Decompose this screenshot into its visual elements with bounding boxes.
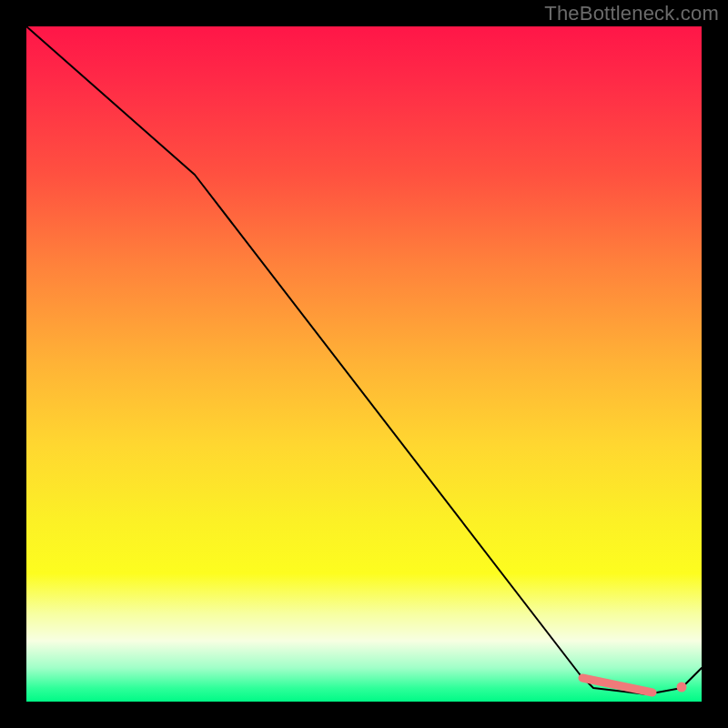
watermark-text: TheBottleneck.com	[544, 2, 719, 25]
chart-overlay	[26, 26, 702, 702]
chart-stage: TheBottleneck.com	[0, 0, 728, 728]
bottleneck-curve	[26, 26, 702, 694]
marker-dot	[677, 682, 687, 693]
